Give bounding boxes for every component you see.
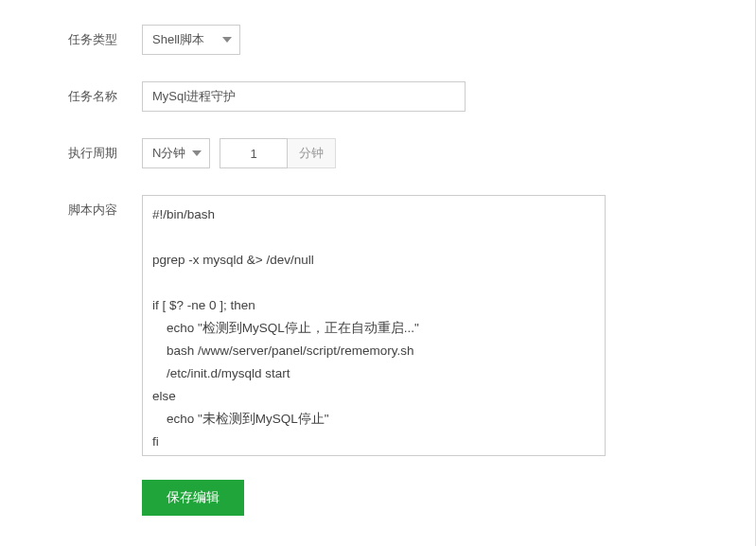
interval-value-group: 分钟 [220, 138, 336, 168]
save-button[interactable]: 保存编辑 [142, 480, 244, 516]
label-task-name: 任务名称 [68, 81, 129, 105]
row-script: 脚本内容 [68, 195, 756, 459]
row-submit: 保存编辑 [68, 480, 756, 516]
row-interval: 执行周期 N分钟 分钟 [68, 138, 756, 168]
row-task-type: 任务类型 Shell脚本 [68, 25, 756, 55]
task-name-input[interactable] [142, 81, 466, 112]
script-textarea[interactable] [142, 195, 606, 456]
chevron-down-icon [222, 37, 232, 43]
interval-unit-select[interactable]: N分钟 [142, 138, 210, 168]
task-type-select[interactable]: Shell脚本 [142, 25, 240, 55]
interval-value-input[interactable] [220, 138, 288, 168]
label-task-type: 任务类型 [68, 25, 129, 48]
chevron-down-icon [192, 150, 202, 156]
task-form: 任务类型 Shell脚本 任务名称 执行周期 N分钟 [0, 8, 756, 516]
label-interval: 执行周期 [68, 138, 129, 162]
label-script: 脚本内容 [68, 195, 129, 219]
form-panel: 任务类型 Shell脚本 任务名称 执行周期 N分钟 [0, 0, 756, 546]
interval-suffix: 分钟 [288, 138, 336, 168]
task-type-selected: Shell脚本 [152, 31, 204, 48]
row-task-name: 任务名称 [68, 81, 756, 112]
interval-unit-selected: N分钟 [152, 145, 185, 162]
